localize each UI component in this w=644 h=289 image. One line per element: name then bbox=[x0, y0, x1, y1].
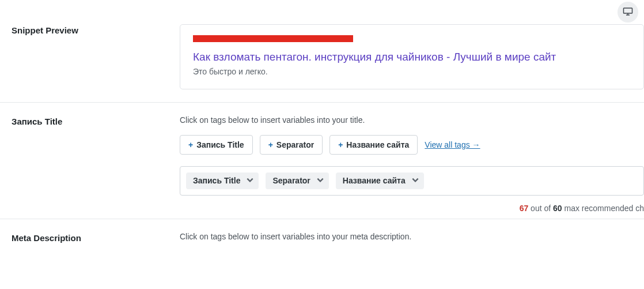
chip-post-title[interactable]: Запись Title bbox=[186, 172, 259, 189]
plus-icon: + bbox=[268, 140, 273, 149]
char-count-current: 67 bbox=[520, 204, 529, 213]
tag-button-label: Запись Title bbox=[196, 140, 244, 149]
device-desktop-button[interactable] bbox=[618, 2, 638, 22]
title-hint: Click on tags below to insert variables … bbox=[180, 115, 644, 125]
tag-button-site-name[interactable]: + Название сайта bbox=[329, 135, 418, 155]
chevron-down-icon bbox=[246, 176, 254, 186]
tag-button-label: Separator bbox=[276, 140, 314, 149]
character-counter: 67 out of 60 max recommended ch bbox=[180, 204, 644, 213]
snippet-preview-box: Как взломать пентагон. инструкция для ча… bbox=[180, 24, 644, 89]
chip-label: Separator bbox=[272, 176, 310, 185]
title-editor[interactable]: Запись Title Separator Название сайта bbox=[180, 166, 644, 196]
monitor-icon bbox=[623, 7, 633, 18]
view-all-tags-link[interactable]: View all tags → bbox=[425, 140, 480, 149]
snippet-description: Это быстро и легко. bbox=[193, 67, 631, 76]
tag-button-post-title[interactable]: + Запись Title bbox=[180, 135, 253, 155]
plus-icon: + bbox=[188, 140, 193, 149]
redacted-url bbox=[193, 35, 353, 42]
chevron-down-icon bbox=[411, 176, 419, 186]
char-count-tail: max recommended ch bbox=[562, 204, 644, 213]
tag-button-label: Название сайта bbox=[346, 140, 409, 149]
plus-icon: + bbox=[338, 140, 343, 149]
chevron-down-icon bbox=[316, 176, 324, 186]
snippet-preview-label: Snippet Preview bbox=[0, 24, 180, 89]
chip-label: Название сайта bbox=[343, 176, 406, 185]
snippet-title: Как взломать пентагон. инструкция для ча… bbox=[193, 50, 631, 65]
meta-description-label: Meta Description bbox=[0, 232, 180, 252]
tag-button-separator[interactable]: + Separator bbox=[260, 135, 323, 155]
meta-hint: Click on tags below to insert variables … bbox=[180, 232, 644, 241]
chip-site-name[interactable]: Название сайта bbox=[336, 172, 424, 189]
char-count-mid: out of bbox=[528, 204, 553, 213]
svg-rect-0 bbox=[624, 8, 632, 13]
title-section-label: Запись Title bbox=[0, 115, 180, 213]
char-count-max: 60 bbox=[553, 204, 562, 213]
chip-separator[interactable]: Separator bbox=[266, 172, 328, 189]
chip-label: Запись Title bbox=[193, 176, 240, 185]
